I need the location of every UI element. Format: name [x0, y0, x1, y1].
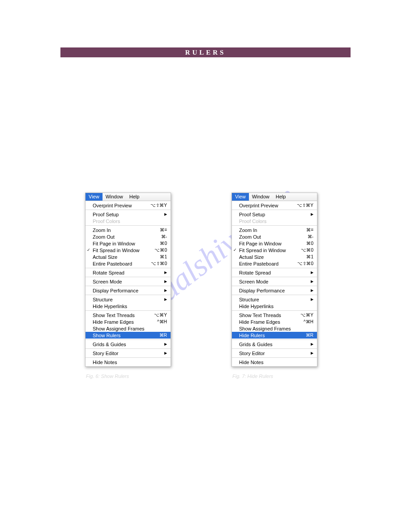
- menu-item-label: Hide Notes: [93, 360, 167, 365]
- menubar-item-window[interactable]: Window: [249, 193, 273, 201]
- menu-item-screen-mode[interactable]: Screen Mode▶: [232, 278, 317, 285]
- menu-item-proof-setup[interactable]: Proof Setup▶: [86, 211, 171, 218]
- menu-item-label: Hide Frame Edges: [239, 319, 304, 325]
- menu-item-label: Story Editor: [239, 351, 308, 356]
- menu-item-label: Zoom Out: [239, 234, 308, 240]
- menu-item-shortcut: ^⌘H: [304, 319, 313, 324]
- menu-item-screen-mode[interactable]: Screen Mode▶: [86, 278, 171, 285]
- submenu-arrow-icon: ▶: [311, 297, 313, 301]
- menu-item-label: Overprint Preview: [93, 203, 150, 208]
- menu-group: Grids & Guides▶: [232, 340, 317, 348]
- menubar: ViewWindowHelp: [232, 193, 317, 201]
- menu-item-label: Hide Notes: [239, 360, 313, 365]
- menu-item-overprint-preview[interactable]: Overprint Preview⌥⇧⌘Y: [86, 202, 171, 209]
- menu-item-label: Hide Hyperlinks: [93, 304, 167, 309]
- menu-item-label: Structure: [93, 297, 162, 302]
- submenu-arrow-icon: ▶: [311, 351, 313, 355]
- menu-group: Screen Mode▶: [232, 277, 317, 286]
- menu-item-rotate-spread[interactable]: Rotate Spread▶: [86, 269, 171, 276]
- menu-item-shortcut: ⌥⌘0: [301, 248, 313, 253]
- menubar-item-view[interactable]: View: [232, 193, 249, 201]
- menu-item-show-rulers[interactable]: Show Rulers⌘R: [86, 332, 171, 339]
- menu-item-shortcut: ⌥⌘Y: [300, 313, 313, 317]
- menu-item-entire-pasteboard[interactable]: Entire Pasteboard⌥⇧⌘0: [86, 260, 171, 267]
- menu-item-shortcut: ⌘R: [159, 333, 167, 338]
- submenu-arrow-icon: ▶: [164, 297, 167, 301]
- menu-item-hide-notes[interactable]: Hide Notes: [86, 359, 171, 365]
- menu-item-label: Rotate Spread: [239, 270, 308, 275]
- menu-item-display-performance[interactable]: Display Performance▶: [86, 287, 171, 294]
- menubar-item-help[interactable]: Help: [273, 193, 289, 201]
- menu-item-actual-size[interactable]: Actual Size⌘1: [232, 253, 317, 260]
- menu-group: Overprint Preview⌥⇧⌘Y: [232, 201, 317, 210]
- menu-item-fit-page-in-window[interactable]: Fit Page in Window⌘0: [86, 240, 171, 247]
- menu-item-fit-page-in-window[interactable]: Fit Page in Window⌘0: [232, 240, 317, 247]
- page-header: RULERS: [60, 47, 351, 57]
- menu-group: Story Editor▶: [232, 349, 317, 357]
- menu-group: Display Performance▶: [232, 286, 317, 295]
- menu-item-display-performance[interactable]: Display Performance▶: [232, 287, 317, 294]
- menu-item-structure[interactable]: Structure▶: [86, 296, 171, 303]
- menu-group: Grids & Guides▶: [86, 340, 171, 348]
- menu-item-structure[interactable]: Structure▶: [232, 296, 317, 303]
- menu-item-hide-hyperlinks[interactable]: Hide Hyperlinks: [232, 303, 317, 309]
- menu-item-label: Show Text Threads: [239, 313, 300, 318]
- menu-item-entire-pasteboard[interactable]: Entire Pasteboard⌥⇧⌘0: [232, 260, 317, 267]
- menu-item-actual-size[interactable]: Actual Size⌘1: [86, 253, 171, 260]
- menu-item-shortcut: ⌘1: [160, 254, 167, 259]
- menu-item-shortcut: ⌥⇧⌘Y: [297, 203, 313, 208]
- menu-item-proof-colors: Proof Colors: [232, 218, 317, 224]
- menu-item-zoom-out[interactable]: Zoom Out⌘-: [86, 233, 171, 240]
- checkmark-icon: ✓: [87, 247, 90, 253]
- menu-item-hide-notes[interactable]: Hide Notes: [232, 359, 317, 365]
- menu-item-show-text-threads[interactable]: Show Text Threads⌥⌘Y: [232, 312, 317, 318]
- submenu-arrow-icon: ▶: [311, 288, 313, 292]
- menu-item-overprint-preview[interactable]: Overprint Preview⌥⇧⌘Y: [232, 202, 317, 209]
- menu-item-shortcut: ⌘0: [160, 241, 167, 246]
- menu-item-label: Display Performance: [239, 288, 308, 293]
- menubar-item-help[interactable]: Help: [126, 193, 143, 201]
- menu-group: Zoom In⌘=Zoom Out⌘-Fit Page in Window⌘0✓…: [86, 226, 171, 268]
- menu-item-label: Fit Spread in Window: [239, 248, 301, 253]
- submenu-arrow-icon: ▶: [311, 212, 313, 216]
- checkmark-icon: ✓: [233, 247, 237, 253]
- menu-item-label: Hide Hyperlinks: [239, 304, 313, 309]
- menubar-item-view[interactable]: View: [86, 193, 103, 201]
- menu-item-label: Actual Size: [239, 254, 306, 260]
- menu-item-fit-spread-in-window[interactable]: ✓Fit Spread in Window⌥⌘0: [86, 247, 171, 253]
- menu-group: Proof Setup▶Proof Colors: [232, 210, 317, 225]
- menu-item-zoom-in[interactable]: Zoom In⌘=: [86, 227, 171, 233]
- menu-item-story-editor[interactable]: Story Editor▶: [86, 350, 171, 356]
- menu-item-show-assigned-frames[interactable]: Show Assigned Frames: [86, 325, 171, 332]
- menu-item-zoom-out[interactable]: Zoom Out⌘-: [232, 233, 317, 240]
- menu-item-shortcut: ^⌘H: [157, 319, 167, 324]
- menu-item-hide-hyperlinks[interactable]: Hide Hyperlinks: [86, 303, 171, 309]
- menu-item-show-assigned-frames[interactable]: Show Assigned Frames: [232, 325, 317, 332]
- menu-item-hide-frame-edges[interactable]: Hide Frame Edges^⌘H: [232, 318, 317, 325]
- menu-item-hide-frame-edges[interactable]: Hide Frame Edges^⌘H: [86, 318, 171, 325]
- submenu-arrow-icon: ▶: [311, 279, 313, 283]
- menu-group: Rotate Spread▶: [86, 268, 171, 277]
- menu-item-rotate-spread[interactable]: Rotate Spread▶: [232, 269, 317, 276]
- menu-item-label: Grids & Guides: [239, 342, 308, 347]
- menu-item-shortcut: ⌘1: [306, 254, 313, 259]
- menu-item-label: Screen Mode: [93, 279, 162, 284]
- menu-item-label: Story Editor: [93, 351, 162, 356]
- submenu-arrow-icon: ▶: [164, 342, 167, 346]
- menu-item-fit-spread-in-window[interactable]: ✓Fit Spread in Window⌥⌘0: [232, 247, 317, 253]
- menu-item-hide-rulers[interactable]: Hide Rulers⌘R: [232, 332, 317, 339]
- menu-item-proof-setup[interactable]: Proof Setup▶: [232, 211, 317, 218]
- menu-group: Proof Setup▶Proof Colors: [86, 210, 171, 225]
- menu-item-proof-colors: Proof Colors: [86, 218, 171, 224]
- menu-group: Zoom In⌘=Zoom Out⌘-Fit Page in Window⌘0✓…: [232, 226, 317, 268]
- page-title: RULERS: [185, 49, 226, 56]
- menu-item-shortcut: ⌥⇧⌘0: [151, 261, 167, 266]
- menu-item-zoom-in[interactable]: Zoom In⌘=: [232, 227, 317, 233]
- menu-item-show-text-threads[interactable]: Show Text Threads⌥⌘Y: [86, 312, 171, 318]
- menu-item-grids-guides[interactable]: Grids & Guides▶: [232, 341, 317, 348]
- menu-item-label: Show Assigned Frames: [93, 326, 167, 331]
- menu-item-label: Show Assigned Frames: [239, 326, 313, 331]
- menu-item-story-editor[interactable]: Story Editor▶: [232, 350, 317, 356]
- menubar-item-window[interactable]: Window: [103, 193, 126, 201]
- menu-item-grids-guides[interactable]: Grids & Guides▶: [86, 341, 171, 348]
